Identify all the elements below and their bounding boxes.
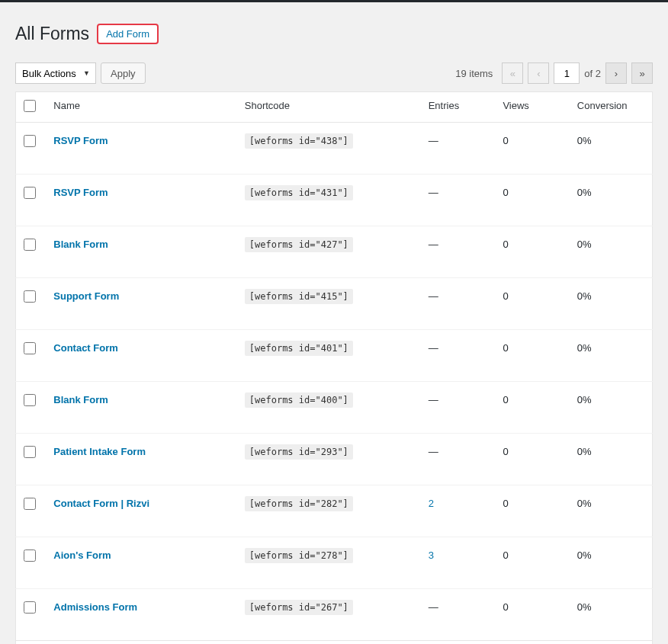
entries-value: — xyxy=(429,239,438,250)
table-row: Admissions Form [weforms id="267"] — 0 0… xyxy=(16,589,653,641)
views-value: 0 xyxy=(503,239,508,250)
col-header-shortcode: Shortcode xyxy=(237,92,421,123)
conversion-value: 0% xyxy=(577,290,592,302)
form-shortcode[interactable]: [weforms id="415"] xyxy=(245,289,353,304)
form-shortcode[interactable]: [weforms id="438"] xyxy=(245,133,353,149)
row-checkbox[interactable] xyxy=(24,601,36,614)
pagination-first: « xyxy=(502,62,523,84)
pagination-prev: ‹ xyxy=(528,62,549,84)
form-shortcode[interactable]: [weforms id="401"] xyxy=(245,341,353,356)
views-value: 0 xyxy=(503,601,508,613)
entries-value: — xyxy=(429,290,438,302)
col-footer-conversion: Conversion xyxy=(570,641,653,645)
conversion-value: 0% xyxy=(577,498,592,509)
table-row: Aion's Form [weforms id="278"] 3 0 0% xyxy=(16,537,653,589)
table-row: Contact Form [weforms id="401"] — 0 0% xyxy=(16,330,653,382)
entries-link[interactable]: 2 xyxy=(429,498,434,509)
table-row: Patient Intake Form [weforms id="293"] —… xyxy=(16,434,653,485)
views-value: 0 xyxy=(503,135,508,146)
row-checkbox[interactable] xyxy=(24,394,36,406)
conversion-value: 0% xyxy=(577,187,592,198)
views-value: 0 xyxy=(503,394,508,405)
form-shortcode[interactable]: [weforms id="400"] xyxy=(245,392,353,408)
table-row: RSVP Form [weforms id="431"] — 0 0% xyxy=(16,175,653,226)
entries-value: — xyxy=(429,187,438,198)
form-name-link[interactable]: Blank Form xyxy=(53,394,108,405)
row-checkbox[interactable] xyxy=(24,290,36,303)
form-shortcode[interactable]: [weforms id="431"] xyxy=(245,185,353,200)
page-header: All Forms Add Form xyxy=(15,24,653,44)
row-checkbox[interactable] xyxy=(24,446,36,458)
table-row: RSVP Form [weforms id="438"] — 0 0% xyxy=(16,123,653,175)
select-all-top[interactable] xyxy=(24,100,36,112)
col-footer-name[interactable]: Name xyxy=(46,641,236,645)
pagination-current-input[interactable] xyxy=(554,62,580,84)
form-name-link[interactable]: Contact Form | Rizvi xyxy=(53,498,149,509)
page-title: All Forms xyxy=(15,24,89,44)
form-name-link[interactable]: RSVP Form xyxy=(53,135,108,146)
form-name-link[interactable]: Support Form xyxy=(53,290,119,302)
views-value: 0 xyxy=(503,290,508,302)
pagination-count: 19 items xyxy=(455,68,493,79)
views-value: 0 xyxy=(503,187,508,198)
forms-table: Name Shortcode Entries Views Conversion … xyxy=(15,91,653,644)
table-row: Support Form [weforms id="415"] — 0 0% xyxy=(16,278,653,330)
entries-value: — xyxy=(429,135,438,146)
col-header-entries: Entries xyxy=(421,92,496,123)
row-checkbox[interactable] xyxy=(24,549,36,562)
views-value: 0 xyxy=(503,446,508,457)
entries-value: — xyxy=(429,342,438,354)
col-header-views: Views xyxy=(495,92,569,123)
form-name-link[interactable]: Blank Form xyxy=(53,239,108,250)
conversion-value: 0% xyxy=(577,446,592,457)
row-checkbox[interactable] xyxy=(24,187,36,199)
row-checkbox[interactable] xyxy=(24,135,36,147)
col-footer-entries: Entries xyxy=(421,641,496,645)
pagination-last[interactable]: » xyxy=(631,62,653,84)
form-name-link[interactable]: Patient Intake Form xyxy=(53,446,146,457)
col-header-name[interactable]: Name xyxy=(46,92,236,123)
form-shortcode[interactable]: [weforms id="282"] xyxy=(245,496,353,511)
form-shortcode[interactable]: [weforms id="278"] xyxy=(245,548,353,563)
conversion-value: 0% xyxy=(577,342,592,354)
add-form-button[interactable]: Add Form xyxy=(97,24,159,44)
entries-value: — xyxy=(429,601,438,613)
pagination-next[interactable]: › xyxy=(605,62,627,84)
views-value: 0 xyxy=(503,342,508,354)
row-checkbox[interactable] xyxy=(24,498,36,510)
col-footer-shortcode: Shortcode xyxy=(237,641,421,645)
pagination-top: 19 items « ‹ of 2 › » xyxy=(455,62,653,84)
conversion-value: 0% xyxy=(577,601,592,613)
form-name-link[interactable]: Contact Form xyxy=(53,342,118,354)
conversion-value: 0% xyxy=(577,239,592,250)
views-value: 0 xyxy=(503,549,508,561)
table-row: Blank Form [weforms id="427"] — 0 0% xyxy=(16,226,653,278)
form-name-link[interactable]: Admissions Form xyxy=(53,601,137,613)
views-value: 0 xyxy=(503,498,508,509)
form-name-link[interactable]: RSVP Form xyxy=(53,187,108,198)
row-checkbox[interactable] xyxy=(24,342,36,354)
table-row: Contact Form | Rizvi [weforms id="282"] … xyxy=(16,485,653,537)
pagination-of-text: of 2 xyxy=(584,68,601,79)
conversion-value: 0% xyxy=(577,135,592,146)
table-row: Blank Form [weforms id="400"] — 0 0% xyxy=(16,382,653,434)
form-shortcode[interactable]: [weforms id="427"] xyxy=(245,237,353,252)
bulk-action-select-top[interactable]: Bulk Actions xyxy=(15,62,96,84)
conversion-value: 0% xyxy=(577,549,592,561)
form-shortcode[interactable]: [weforms id="293"] xyxy=(245,444,353,460)
col-header-conversion: Conversion xyxy=(570,92,653,123)
row-checkbox[interactable] xyxy=(24,239,36,251)
form-name-link[interactable]: Aion's Form xyxy=(53,549,111,561)
entries-value: — xyxy=(429,394,438,405)
entries-value: — xyxy=(429,446,438,457)
bulk-apply-button-top[interactable]: Apply xyxy=(101,62,146,84)
form-shortcode[interactable]: [weforms id="267"] xyxy=(245,600,353,615)
conversion-value: 0% xyxy=(577,394,592,405)
col-footer-views: Views xyxy=(495,641,569,645)
tablenav-top: Bulk Actions Apply 19 items « ‹ of 2 › » xyxy=(15,58,653,88)
entries-link[interactable]: 3 xyxy=(429,549,434,561)
